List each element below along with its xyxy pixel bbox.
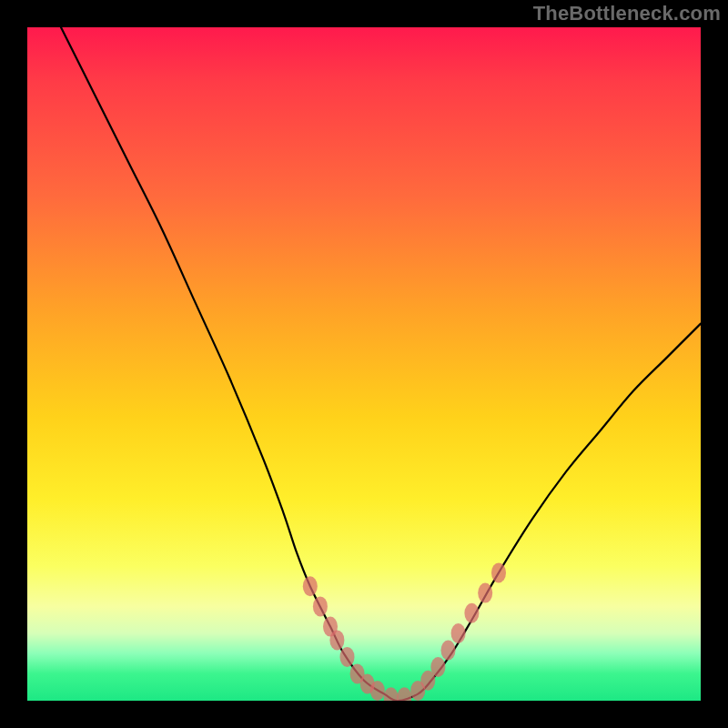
chart-plot-area xyxy=(27,27,701,701)
watermark-text: TheBottleneck.com xyxy=(533,2,721,25)
curve-marker xyxy=(384,687,399,701)
curve-marker xyxy=(370,681,385,701)
curve-marker xyxy=(313,596,328,616)
curve-marker xyxy=(397,687,411,701)
curve-marker xyxy=(430,657,445,677)
curve-marker xyxy=(491,562,506,582)
curve-marker xyxy=(464,603,479,623)
curve-marker xyxy=(478,583,492,603)
curve-marker xyxy=(441,641,456,661)
bottleneck-curve xyxy=(61,27,701,701)
marker-group xyxy=(303,562,506,701)
curve-marker xyxy=(340,647,355,667)
chart-frame: TheBottleneck.com xyxy=(0,0,728,728)
chart-svg xyxy=(27,27,701,701)
curve-marker xyxy=(329,630,344,650)
curve-marker xyxy=(303,576,318,596)
curve-marker xyxy=(451,623,466,643)
